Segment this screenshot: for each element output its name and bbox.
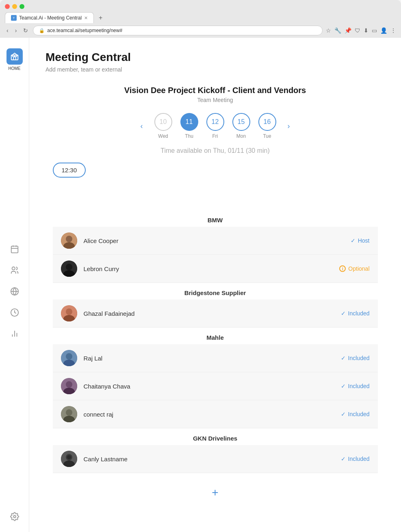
- star-icon[interactable]: ☆: [326, 27, 331, 34]
- member-row-lebron: Lebron Curry i Optional: [53, 255, 378, 283]
- member-status-connect-raj: ✓ Included: [341, 411, 370, 417]
- date-item-tue[interactable]: 16 Tue: [258, 113, 276, 139]
- extension-icon-2[interactable]: 📌: [345, 27, 351, 34]
- member-status-lebron: i Optional: [339, 265, 369, 272]
- check-icon-raj: ✓: [341, 355, 346, 361]
- meeting-type: Team Meeting: [53, 97, 378, 103]
- meeting-section: Vision Dee Project Kickoff - Client and …: [53, 86, 378, 512]
- home-label: HOME: [9, 66, 21, 71]
- svg-point-32: [66, 381, 72, 388]
- status-label-raj: Included: [348, 355, 370, 361]
- date-prev-button[interactable]: ‹: [137, 120, 146, 132]
- member-status-ghazal: ✓ Included: [341, 310, 370, 317]
- group-header-bridgestone: Bridgestone Supplier: [53, 283, 378, 300]
- tab-close-button[interactable]: ✕: [84, 15, 88, 21]
- svg-point-40: [67, 455, 71, 459]
- extension-icon-1[interactable]: 🔧: [334, 27, 341, 34]
- date-label-tue: Tue: [263, 133, 271, 139]
- active-tab[interactable]: T Teamcal.Ai - Meeting Central ✕: [5, 12, 94, 23]
- avatar-lebron: [61, 261, 77, 277]
- member-name-chaitanya: Chaitanya Chava: [84, 383, 334, 390]
- download-icon[interactable]: ⬇: [364, 27, 368, 34]
- minimize-dot[interactable]: [12, 4, 17, 9]
- address-bar[interactable]: 🔒 ace.teamcal.ai/setupmeeting/new#: [33, 26, 323, 35]
- group-header-gkn: GKN Drivelines: [53, 428, 378, 445]
- sidebar-item-clock[interactable]: [6, 304, 24, 321]
- sidebar-toggle-icon[interactable]: ▭: [372, 27, 377, 34]
- members-section: BMW Alice Cooper ✓ Host: [53, 210, 378, 512]
- tab-favicon: T: [11, 15, 17, 21]
- sidebar-item-settings[interactable]: [6, 508, 24, 525]
- date-item-wed[interactable]: 10 Wed: [154, 113, 172, 139]
- status-label-canly: Included: [348, 456, 370, 462]
- check-icon-ghazal: ✓: [341, 310, 346, 317]
- member-status-alice: ✓ Host: [351, 237, 370, 244]
- svg-point-4: [12, 56, 13, 56]
- member-name-ghazal: Ghazal Fadainejad: [84, 310, 334, 317]
- avatar-raj: [61, 350, 77, 366]
- maximize-dot[interactable]: [20, 4, 24, 9]
- member-row-raj: Raj Lal ✓ Included: [53, 344, 378, 372]
- svg-point-29: [66, 353, 72, 360]
- toolbar-icons: ☆ 🔧 📌 🛡 ⬇ ▭ 👤 ⋮: [326, 27, 396, 34]
- member-row-chaitanya: Chaitanya Chava ✓ Included: [53, 372, 378, 400]
- time-slot[interactable]: 12:30: [53, 163, 86, 178]
- check-icon-connect-raj: ✓: [341, 411, 346, 417]
- date-circle-11: 11: [180, 113, 198, 131]
- add-member-button[interactable]: +: [212, 486, 218, 499]
- app-layout: HOME: [0, 38, 401, 532]
- date-circle-16: 16: [258, 113, 276, 131]
- status-label-connect-raj: Included: [348, 411, 370, 417]
- main-content: Meeting Central Add member, team or exte…: [29, 38, 401, 532]
- date-label-wed: Wed: [158, 133, 168, 139]
- date-next-button[interactable]: ›: [284, 120, 293, 132]
- menu-icon[interactable]: ⋮: [390, 27, 396, 34]
- date-item-thu[interactable]: 11 Thu: [180, 113, 198, 139]
- svg-point-5: [14, 56, 15, 56]
- member-status-canly: ✓ Included: [341, 456, 370, 462]
- sidebar-item-calendar[interactable]: [6, 240, 24, 258]
- group-header-mahle: Mahle: [53, 328, 378, 344]
- avatar-connect-raj: [61, 406, 77, 422]
- back-button[interactable]: ‹: [5, 26, 10, 35]
- svg-point-35: [66, 409, 72, 416]
- extension-icon-3[interactable]: 🛡: [355, 27, 360, 34]
- date-item-fri[interactable]: 12 Fri: [206, 113, 224, 139]
- sidebar: HOME: [0, 38, 29, 532]
- meeting-title: Vision Dee Project Kickoff - Client and …: [53, 86, 378, 95]
- member-name-canly: Canly Lastname: [84, 456, 334, 463]
- sidebar-home[interactable]: HOME: [2, 44, 27, 75]
- svg-point-18: [13, 515, 16, 518]
- date-item-mon[interactable]: 15 Mon: [232, 113, 250, 139]
- refresh-button[interactable]: ↻: [22, 26, 30, 35]
- address-bar-row: ‹ › ↻ 🔒 ace.teamcal.ai/setupmeeting/new#…: [0, 23, 401, 38]
- page-subtitle: Add member, team or external: [46, 66, 385, 73]
- info-icon-lebron: i: [339, 265, 346, 272]
- member-status-raj: ✓ Included: [341, 355, 370, 361]
- member-row-connect-raj: connect raj ✓ Included: [53, 400, 378, 428]
- window-controls: [5, 4, 396, 9]
- browser-chrome: T Teamcal.Ai - Meeting Central ✕ +: [0, 0, 401, 23]
- new-tab-button[interactable]: +: [95, 13, 106, 23]
- close-dot[interactable]: [5, 4, 10, 9]
- sidebar-item-people[interactable]: [6, 261, 24, 279]
- tab-bar: T Teamcal.Ai - Meeting Central ✕ +: [5, 12, 396, 23]
- sidebar-item-globe[interactable]: [6, 282, 24, 300]
- member-row-ghazal: Ghazal Fadainejad ✓ Included: [53, 300, 378, 328]
- avatar-canly: [61, 451, 77, 467]
- svg-point-26: [66, 308, 72, 315]
- member-name-connect-raj: connect raj: [84, 411, 334, 418]
- date-label-mon: Mon: [236, 133, 246, 139]
- date-circle-12: 12: [206, 113, 224, 131]
- forward-button[interactable]: ›: [13, 26, 19, 35]
- check-icon-chaitanya: ✓: [341, 383, 346, 389]
- sidebar-item-chart[interactable]: [6, 325, 24, 343]
- svg-point-20: [66, 236, 72, 242]
- check-icon-alice: ✓: [351, 237, 355, 244]
- profile-icon[interactable]: 👤: [380, 27, 387, 34]
- date-label-thu: Thu: [185, 133, 193, 139]
- member-row-canly: Canly Lastname ✓ Included: [53, 445, 378, 473]
- svg-rect-7: [11, 246, 18, 253]
- date-picker: ‹ 10 Wed 11 Thu 12 Fri 15 Mon: [53, 113, 378, 139]
- avatar-chaitanya: [61, 378, 77, 394]
